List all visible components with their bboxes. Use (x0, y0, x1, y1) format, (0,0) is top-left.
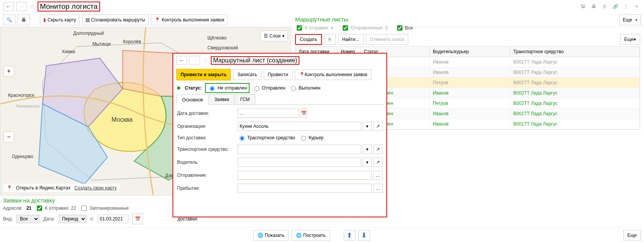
date-picker-button[interactable]: 📅 (132, 214, 143, 224)
type-radio-courier[interactable]: Курьер (299, 135, 324, 141)
dialog-nav-back[interactable]: ← (176, 56, 187, 65)
status-radio-not-sent[interactable]: Не отправлен (206, 84, 248, 92)
col-driver[interactable]: Водитель/курьер (430, 47, 510, 57)
org-label: Организация: (177, 124, 235, 129)
create-map-link[interactable]: Создать свою карту (74, 185, 117, 191)
dialog-title: Маршрутный лист (создание) (211, 56, 299, 65)
print-icon[interactable]: 🖶 (590, 2, 598, 11)
arrival-label: Прибытие: (177, 186, 235, 191)
bottom-more-button[interactable]: Еще (623, 230, 641, 241)
driver-input[interactable] (238, 158, 361, 167)
nav-back-button[interactable]: ← (3, 2, 14, 11)
vehicle-label: Транспортное средство: (177, 147, 235, 152)
departure-label: Отправление: (177, 173, 235, 178)
hide-map-button[interactable]: ▮Скрыть карту (40, 15, 80, 25)
filter-sent[interactable]: Отправленные: 0 (341, 24, 388, 32)
org-input[interactable] (238, 122, 361, 131)
close-icon[interactable]: × (632, 2, 641, 11)
view-label: Вид: (3, 216, 13, 222)
view-select[interactable]: Все (16, 215, 39, 223)
plan-routes-button[interactable]: ▤Спланировать маршруты (82, 15, 149, 25)
date-from-label: с: (90, 216, 94, 222)
status-radio-done[interactable]: Выполнен (289, 85, 320, 91)
status-label: Статус: (185, 85, 202, 91)
driver-dropdown-button[interactable]: ▾ (363, 158, 372, 167)
save-button[interactable]: Записать (233, 69, 261, 80)
layers-icon: ☰ (264, 33, 268, 39)
arrival-input[interactable] (238, 184, 372, 193)
date-label: Дата: (43, 216, 55, 222)
map-layers-label: Слои (269, 33, 281, 39)
departure-input[interactable] (238, 171, 372, 180)
type-radio-vehicle[interactable]: Траспортное средство (238, 135, 295, 141)
dialog-control-button[interactable]: 📍Контроль выполнения заявок (295, 69, 372, 80)
arrival-picker-button[interactable]: … (373, 184, 383, 193)
tab-fuel[interactable]: ГСМ (235, 94, 256, 104)
date-calendar-button[interactable]: 📅 (301, 109, 307, 118)
date-from-input[interactable] (98, 215, 128, 223)
tab-main[interactable]: Основное (176, 95, 209, 105)
vehicle-open-button[interactable]: ↗ (373, 145, 383, 154)
filter-all[interactable]: Все (396, 24, 413, 32)
link-icon[interactable]: 🔗 (611, 2, 619, 11)
vehicle-dropdown-button[interactable]: ▾ (363, 145, 372, 154)
copy-button[interactable]: ⎘ (324, 34, 336, 45)
show-button[interactable]: Показать (253, 230, 289, 241)
addresses-label: Адресов: (3, 205, 23, 211)
nav-forward-button[interactable]: → (16, 2, 27, 11)
hide-map-label: Скрыть карту (48, 17, 76, 23)
page-title: Монитор логиста (38, 2, 100, 11)
save-icon[interactable]: 🖫 (579, 2, 587, 11)
control-requests-button[interactable]: 📍Контроль выполнения заявок (151, 15, 228, 25)
pin-icon: 📍 (7, 185, 12, 191)
type-label: Тип доставки: (177, 135, 235, 140)
org-open-button[interactable]: ↗ (373, 122, 383, 131)
filter-to-send[interactable]: К отправке: 4 (295, 24, 334, 32)
zoom-in-button[interactable]: + (3, 66, 14, 77)
search-button[interactable]: 🔍 (3, 15, 15, 25)
cancel-search-button[interactable]: Отменить поиск (366, 34, 408, 45)
map-layers-button[interactable]: ☰ Слои ▾ (260, 31, 288, 41)
status-radio-sent[interactable]: Отправлен (252, 85, 285, 91)
org-dropdown-button[interactable]: ▾ (363, 122, 372, 131)
more-menu-icon[interactable]: ⋮ (622, 2, 630, 11)
vehicle-input[interactable] (238, 145, 361, 154)
routes-title: Маршрутные листы (295, 15, 640, 23)
zoom-out-button[interactable]: − (3, 132, 14, 142)
driver-open-button[interactable]: ↗ (373, 158, 383, 167)
move-up-button[interactable]: ⬆ (344, 230, 355, 241)
find-button[interactable]: Найти... (338, 34, 363, 45)
date-field-label: Дата доставки: (177, 111, 235, 116)
create-button[interactable]: Создать (295, 34, 322, 45)
date-mode-select[interactable]: Период (59, 215, 87, 223)
delivery-to-send[interactable]: К отправке: 22 (35, 204, 76, 212)
plan-routes-label: Спланировать маршруты (91, 17, 145, 23)
delivery-planned[interactable]: Запланированные (80, 204, 128, 212)
control-requests-label: Контроль выполнения заявок (162, 17, 225, 23)
move-down-button[interactable]: ⬇ (358, 230, 370, 241)
print-button[interactable]: 🖶 (18, 15, 30, 25)
col-vehicle[interactable]: Транспортное средство (510, 47, 640, 57)
routes-more-button[interactable]: Еще ▾ (620, 34, 640, 45)
departure-picker-button[interactable]: … (373, 171, 383, 180)
driver-label: Водитель: (177, 160, 235, 165)
addresses-count: 21 (26, 205, 31, 211)
report-icon[interactable]: ⎘ (600, 2, 609, 11)
tab-requests[interactable]: Заявки (209, 94, 235, 104)
post-and-close-button[interactable]: Провести и закрыть (176, 69, 231, 80)
route-sheet-dialog: ← → ☆ Маршрутный лист (создание) Провест… (172, 53, 387, 217)
open-yandex-link[interactable]: Открыть в Яндекс.Картах (16, 185, 71, 191)
status-indicator-icon (177, 86, 180, 90)
dialog-favorite-icon[interactable]: ☆ (202, 56, 209, 65)
post-button[interactable]: Провести (264, 69, 292, 80)
date-input[interactable] (238, 109, 299, 118)
favorite-icon[interactable]: ☆ (29, 2, 35, 11)
build-button[interactable]: Построить (292, 230, 330, 241)
dialog-nav-forward[interactable]: → (189, 56, 200, 65)
